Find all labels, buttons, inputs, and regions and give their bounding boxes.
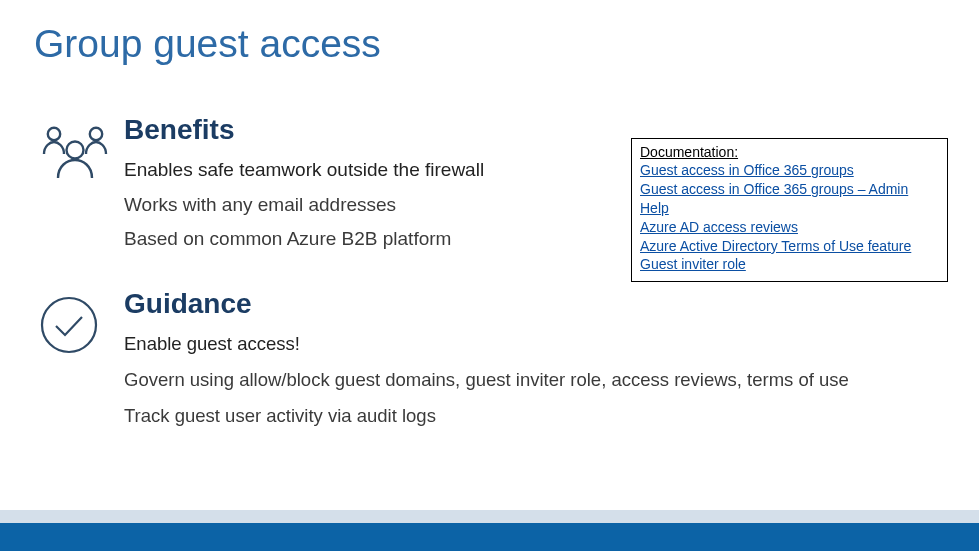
benefits-item: Enables safe teamwork outside the firewa… [124,156,624,185]
svg-point-0 [48,128,60,140]
benefits-item: Based on common Azure B2B platform [124,225,624,254]
guidance-heading: Guidance [124,288,624,320]
benefits-item: Works with any email addresses [124,191,624,220]
slide-title: Group guest access [34,22,381,66]
group-icon [38,122,112,184]
documentation-heading: Documentation: [640,144,939,160]
footer-accent-bar [0,510,979,523]
guidance-list: Enable guest access! Govern using allow/… [124,330,954,437]
check-circle-icon [38,294,112,356]
documentation-link[interactable]: Azure AD access reviews [640,218,939,237]
guidance-item: Track guest user activity via audit logs [124,402,954,430]
footer-bar [0,523,979,551]
documentation-link[interactable]: Guest access in Office 365 groups [640,161,939,180]
benefits-heading: Benefits [124,114,624,146]
documentation-link[interactable]: Guest inviter role [640,255,939,274]
guidance-item: Enable guest access! [124,330,954,358]
documentation-link[interactable]: Guest access in Office 365 groups – Admi… [640,180,939,218]
documentation-box: Documentation: Guest access in Office 36… [631,138,948,282]
slide: Group guest access Benefits Enables safe… [0,0,979,551]
benefits-list: Enables safe teamwork outside the firewa… [124,156,624,260]
svg-point-2 [67,142,84,159]
documentation-link[interactable]: Azure Active Directory Terms of Use feat… [640,237,939,256]
svg-point-1 [90,128,102,140]
guidance-item: Govern using allow/block guest domains, … [124,366,954,394]
svg-point-3 [42,298,96,352]
